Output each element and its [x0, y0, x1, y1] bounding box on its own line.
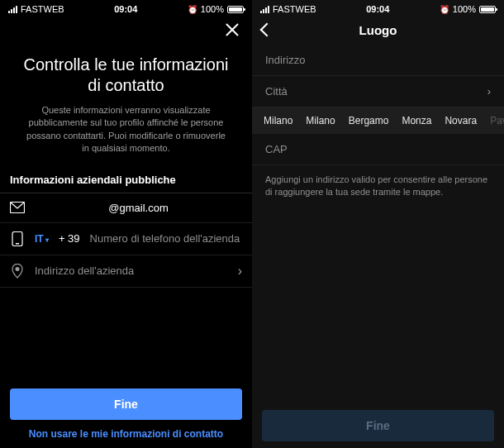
- email-icon: [10, 202, 25, 213]
- cap-input-row[interactable]: CAP: [252, 134, 504, 165]
- signal-strength-icon: [260, 6, 269, 13]
- svg-point-3: [16, 267, 20, 271]
- battery-percent: 100%: [201, 4, 224, 14]
- carrier-label: FASTWEB: [273, 4, 316, 14]
- page-subtitle: Queste informazioni verranno visualizzat…: [0, 101, 252, 170]
- email-value: @gmail.com: [35, 202, 242, 214]
- alarm-icon: ⏰: [440, 5, 449, 14]
- country-code-label: IT: [35, 233, 44, 245]
- screen-contact-info: FASTWEB 09:04 ⏰ 100% Controlla le tue in…: [0, 0, 252, 448]
- signal-strength-icon: [8, 6, 17, 13]
- battery-icon: [479, 6, 496, 13]
- dont-use-contact-info-link[interactable]: Non usare le mie informazioni di contatt…: [10, 420, 242, 441]
- city-suggestion[interactable]: Milano: [264, 115, 292, 126]
- nav-title: Luogo: [252, 23, 504, 37]
- location-pin-icon: [10, 264, 25, 279]
- phone-row[interactable]: IT ▾ + 39 Numero di telefono dell'aziend…: [0, 223, 252, 255]
- status-bar: FASTWEB 09:04 ⏰ 100%: [0, 0, 252, 15]
- city-suggestion[interactable]: Pav: [490, 115, 504, 126]
- address-input-row[interactable]: Indirizzo: [252, 45, 504, 76]
- country-code-selector[interactable]: IT ▾: [35, 233, 49, 245]
- city-suggestions-bar: Milano Milano Bergamo Monza Novara Pav: [252, 107, 504, 134]
- chevron-down-icon: ▾: [44, 236, 49, 244]
- city-suggestion[interactable]: Bergamo: [349, 115, 389, 126]
- battery-icon: [227, 6, 244, 13]
- alarm-icon: ⏰: [188, 5, 197, 14]
- close-icon[interactable]: [224, 21, 240, 38]
- done-button[interactable]: Fine: [262, 410, 494, 441]
- status-time: 09:04: [366, 4, 389, 14]
- page-title: Controlla le tue informazioni di contatt…: [0, 45, 252, 101]
- city-suggestion[interactable]: Milano: [306, 115, 335, 126]
- address-hint-text: Aggiungi un indirizzo valido per consent…: [252, 165, 504, 207]
- done-button[interactable]: Fine: [10, 388, 242, 420]
- chevron-right-icon: ›: [238, 264, 242, 279]
- status-bar: FASTWEB 09:04 ⏰ 100%: [252, 0, 504, 15]
- nav-bar: [0, 15, 252, 45]
- city-suggestion[interactable]: Monza: [402, 115, 431, 126]
- battery-percent: 100%: [453, 4, 476, 14]
- svg-rect-2: [16, 243, 19, 245]
- cap-label: CAP: [265, 143, 491, 155]
- chevron-right-icon: ›: [487, 85, 491, 98]
- nav-bar: Luogo: [252, 15, 504, 45]
- phone-input[interactable]: Numero di telefono dell'azienda: [90, 232, 240, 245]
- address-row[interactable]: Indirizzo dell'azienda ›: [0, 255, 252, 288]
- carrier-label: FASTWEB: [21, 4, 64, 14]
- city-suggestion[interactable]: Novara: [445, 115, 477, 126]
- screen-location-editor: FASTWEB 09:04 ⏰ 100% Luogo Indirizzo Cit…: [252, 0, 504, 448]
- address-label: Indirizzo: [265, 54, 491, 66]
- address-placeholder: Indirizzo dell'azienda: [35, 265, 228, 277]
- dial-prefix: + 39: [59, 232, 80, 245]
- status-time: 09:04: [114, 4, 137, 14]
- section-label-public-business-info: Informazioni aziendali pubbliche: [0, 170, 252, 193]
- city-input-row[interactable]: Città ›: [252, 76, 504, 107]
- phone-icon: [10, 231, 25, 246]
- city-label: Città: [265, 85, 487, 98]
- email-row[interactable]: @gmail.com: [0, 193, 252, 223]
